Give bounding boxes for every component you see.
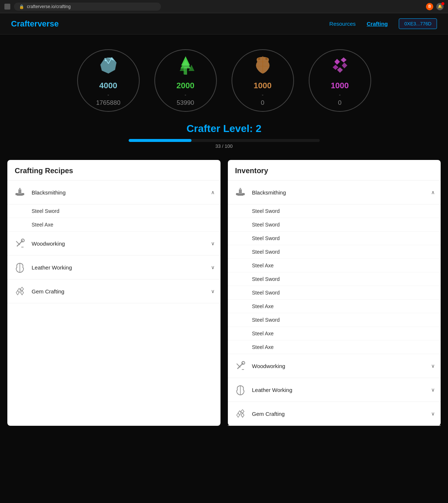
woodworking-icon (13, 237, 26, 250)
xp-bar-container: 33 / 100 (129, 139, 320, 149)
gem-max: 0 (338, 99, 341, 107)
tab-icon (4, 4, 10, 10)
lock-icon: 🔒 (19, 4, 24, 9)
crafter-level: Crafter Level: 2 (187, 123, 262, 135)
category-blacksmithing[interactable]: Blacksmithing ∧ (7, 181, 221, 204)
wallet-button[interactable]: 0XE3...776D (399, 18, 437, 29)
leather-working-label: Leather Working (32, 264, 211, 271)
svg-line-42 (237, 364, 240, 367)
notification-icon[interactable]: 🔔 (436, 3, 444, 10)
nav-resources[interactable]: Resources (329, 21, 356, 27)
svg-text:✦: ✦ (104, 58, 107, 63)
hero-section: ✦ ✦ 4000 - 1765880 2000 (0, 35, 448, 160)
url-text: crafterverse.io/crafting (27, 4, 71, 9)
svg-marker-34 (16, 290, 19, 295)
wood-icon (175, 54, 197, 79)
stone-divider: - (107, 92, 109, 98)
inventory-title: Inventory (228, 160, 441, 181)
inv-woodworking-icon (234, 359, 247, 372)
inv-category-blacksmithing[interactable]: Blacksmithing ∧ (228, 181, 441, 204)
inv-item-2[interactable]: Steel Sword (228, 232, 441, 245)
inv-item-3[interactable]: Steel Sword (228, 245, 441, 259)
gem-crafting-label: Gem Crafting (32, 288, 211, 295)
gem-amount: 1000 (331, 81, 349, 90)
inv-item-0[interactable]: Steel Sword (228, 204, 441, 218)
svg-marker-19 (333, 65, 338, 70)
category-gem-crafting[interactable]: Gem Crafting ∨ (7, 279, 221, 303)
url-bar[interactable]: 🔒 crafterverse.io/crafting (14, 3, 161, 11)
xp-bar-fill (129, 139, 192, 142)
svg-marker-18 (341, 57, 347, 63)
browser-actions: B 🔔 (426, 3, 444, 10)
inv-leather-working-label: Leather Working (252, 387, 431, 393)
stone-amount: 4000 (99, 81, 117, 90)
inv-item-10[interactable]: Steel Axe (228, 340, 441, 354)
gem-divider: - (339, 92, 341, 98)
recipe-steel-sword-1[interactable]: Steel Sword (7, 204, 221, 218)
crafting-recipes-panel: Crafting Recipes Blacksmithing ∧ Steel S… (7, 160, 221, 426)
wood-amount: 2000 (176, 81, 194, 90)
inv-blacksmithing-chevron: ∧ (431, 189, 435, 195)
leather-max: 0 (261, 99, 264, 107)
inventory-panel: Inventory Blacksmithing ∧ Steel Sword St… (228, 160, 441, 426)
inv-item-5[interactable]: Steel Sword (228, 272, 441, 286)
category-leather-working[interactable]: Leather Working ∨ (7, 256, 221, 279)
svg-marker-20 (342, 63, 347, 68)
inv-gem-crafting-icon (234, 407, 247, 420)
inv-item-9[interactable]: Steel Axe (228, 327, 441, 340)
inv-item-7[interactable]: Steel Axe (228, 300, 441, 313)
recipe-steel-axe-1[interactable]: Steel Axe (7, 218, 221, 232)
brand-logo[interactable]: Crafterverse (11, 19, 59, 29)
inv-gem-crafting-label: Gem Crafting (252, 411, 431, 417)
wood-max: 53990 (177, 99, 194, 107)
inv-item-8[interactable]: Steel Sword (228, 313, 441, 327)
inv-leather-working-icon (234, 383, 247, 396)
inv-item-6[interactable]: Steel Sword (228, 286, 441, 300)
xp-bar-bg (129, 139, 320, 142)
nav-links: Resources Crafting (329, 21, 388, 27)
stone-max: 1765880 (96, 99, 120, 107)
inv-woodworking-label: Woodworking (252, 363, 431, 369)
svg-rect-25 (17, 195, 23, 196)
navbar: Crafterverse Resources Crafting 0XE3...7… (0, 13, 448, 35)
inv-category-woodworking[interactable]: Woodworking ∨ (228, 354, 441, 378)
stone-icon: ✦ ✦ (97, 54, 119, 79)
inv-gem-crafting-chevron: ∨ (431, 411, 435, 417)
browser-chrome: 🔒 crafterverse.io/crafting B 🔔 (0, 0, 448, 13)
inv-woodworking-chevron: ∨ (431, 363, 435, 369)
wood-divider: - (184, 92, 186, 98)
nav-crafting[interactable]: Crafting (367, 21, 388, 27)
resource-gem: 1000 - 0 (309, 49, 371, 112)
crafting-recipes-title: Crafting Recipes (7, 160, 221, 181)
xp-text: 33 / 100 (129, 143, 320, 149)
inv-leather-working-chevron: ∨ (431, 387, 435, 393)
inv-item-1[interactable]: Steel Sword (228, 218, 441, 232)
leather-divider: - (262, 92, 264, 98)
resource-stone: ✦ ✦ 4000 - 1765880 (77, 49, 140, 112)
inv-category-leather-working[interactable]: Leather Working ∨ (228, 378, 441, 402)
gem-icon (329, 54, 351, 79)
blacksmithing-label: Blacksmithing (32, 189, 211, 196)
svg-rect-24 (19, 188, 21, 190)
gem-crafting-chevron: ∨ (211, 288, 215, 294)
svg-marker-48 (237, 413, 240, 417)
leather-amount: 1000 (254, 81, 272, 90)
svg-text:✦: ✦ (111, 58, 114, 61)
inv-item-4[interactable]: Steel Axe (228, 259, 441, 272)
leather-icon (252, 54, 274, 79)
leather-working-chevron: ∨ (211, 264, 215, 270)
inv-category-gem-crafting[interactable]: Gem Crafting ∨ (228, 402, 441, 426)
main-content: Crafting Recipes Blacksmithing ∧ Steel S… (0, 160, 448, 426)
svg-point-15 (258, 58, 260, 60)
brave-icon[interactable]: B (426, 3, 433, 10)
svg-marker-17 (334, 59, 340, 65)
blacksmithing-chevron: ∧ (211, 189, 215, 195)
svg-rect-39 (237, 195, 243, 196)
leather-working-icon (13, 261, 26, 274)
svg-rect-38 (240, 188, 241, 190)
inv-blacksmithing-icon (234, 186, 247, 199)
blacksmithing-icon (13, 186, 26, 199)
inv-blacksmithing-label: Blacksmithing (252, 189, 431, 196)
svg-line-28 (16, 241, 20, 245)
category-woodworking[interactable]: Woodworking ∨ (7, 232, 221, 256)
